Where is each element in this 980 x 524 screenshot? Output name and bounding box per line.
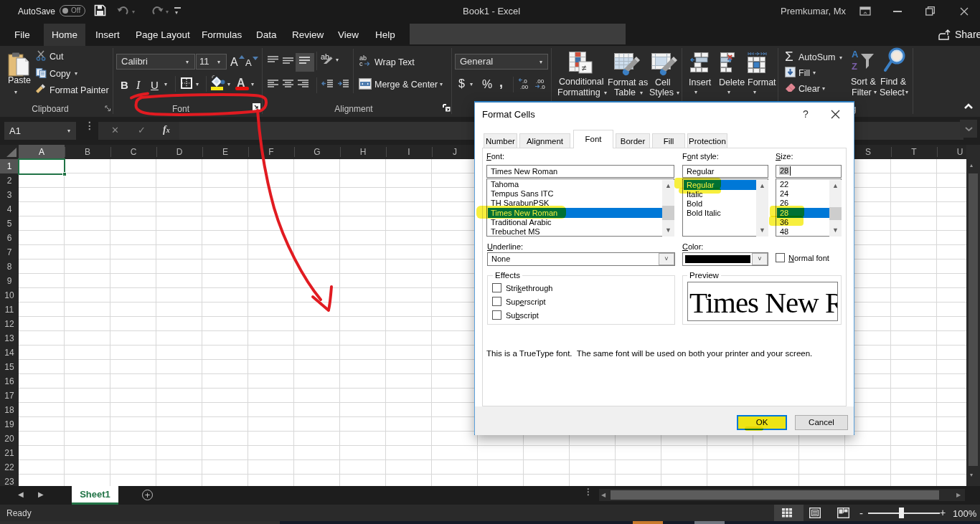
svg-text:.00: .00 xyxy=(520,84,529,90)
svg-text:c: c xyxy=(359,60,363,67)
svg-text:.0: .0 xyxy=(540,84,545,90)
svg-text:≠: ≠ xyxy=(582,63,587,73)
svg-text:Z: Z xyxy=(852,61,857,72)
svg-text:A: A xyxy=(852,49,859,59)
